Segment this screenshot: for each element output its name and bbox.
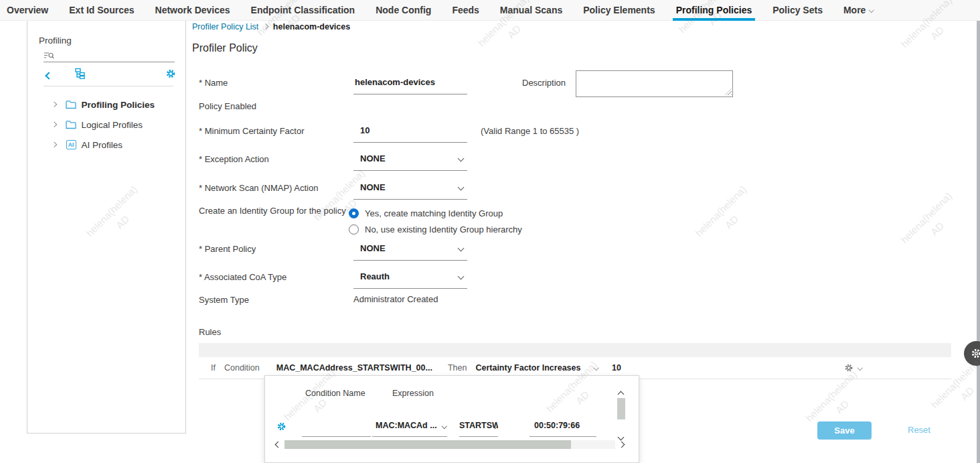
scroll-right-icon[interactable] [619,441,625,448]
operator-select[interactable]: STARTSW [459,421,498,437]
rule-gear-button[interactable] [844,363,853,373]
chevron-right-icon[interactable] [52,102,57,107]
chevron-right-icon[interactable] [52,122,57,127]
tree-item-profiling-policies[interactable]: Profiling Policies [27,96,185,113]
nav-item-policy-elements[interactable]: Policy Elements [583,0,655,21]
rule-factor-value[interactable]: 10 [612,363,621,373]
nav-item-overview[interactable]: Overview [7,0,48,21]
condition-editor-popup: Condition Name Expression MAC:MACAd ... … [264,375,639,463]
name-label: * Name [199,77,353,88]
tree-view-button[interactable] [74,68,86,82]
rules-section-label: Rules [199,327,221,337]
identity-group-option-yes[interactable]: Yes, create matching Identity Group [349,205,522,221]
valid-range-hint: (Valid Range 1 to 65535 ) [481,125,579,136]
policy-enabled-row: Policy Enabled [199,101,349,111]
vertical-scroll-thumb[interactable] [617,398,625,419]
chevron-down-icon [458,155,465,162]
sidebar-title: Profiling [39,36,72,46]
chevron-right-icon[interactable] [52,142,57,147]
rule-action-select[interactable]: Certainty Factor Increases [475,363,580,373]
nav-item-policy-sets[interactable]: Policy Sets [772,0,823,21]
sidebar-back-button[interactable] [46,69,52,81]
scroll-up-icon[interactable] [618,391,625,398]
filter-search-icon [44,51,54,63]
nav-item-endpoint-classification[interactable]: Endpoint Classification [251,0,355,21]
expression-value-input[interactable]: 00:50:79:66 [529,421,596,437]
chevron-down-icon [458,245,465,252]
chevron-down-icon [458,184,465,191]
nav-item-label: Endpoint Classification [251,5,355,15]
nav-item-label: Ext Id Sources [69,5,134,15]
name-input[interactable]: helenacom-devices [353,77,467,94]
nav-item-label: Manual Scans [500,5,562,15]
nav-item-label: Node Config [376,5,431,15]
min-certainty-row: * Minimum Certainty Factor 10 (Valid Ran… [199,125,579,143]
condition-name-input[interactable] [302,421,371,437]
nav-item-feeds[interactable]: Feeds [452,0,479,21]
floating-settings-button[interactable] [964,341,980,366]
watermark-line2: AD [691,181,773,263]
nmap-action-label: * Network Scan (NMAP) Action [199,182,353,193]
nav-item-manual-scans[interactable]: Manual Scans [500,0,562,21]
parent-policy-row: * Parent Policy NONE [199,243,467,261]
rule-condition-button[interactable]: MAC_MACAddress_STARTSWITH_00... [276,363,432,373]
radio-option-label: No, use existing Identity Group hierarch… [365,224,522,235]
gear-icon [844,363,853,373]
ai-profiles-icon: AI [66,140,77,149]
horizontal-scrollbar[interactable] [276,439,624,450]
chevron-down-icon [869,7,874,13]
radio-button[interactable] [349,224,359,235]
top-nav: OverviewExt Id SourcesNetwork DevicesEnd… [0,0,980,21]
breadcrumb: Profiler Policy List helenacom-devices [192,22,350,31]
tree-item-ai-profiles[interactable]: AIAI Profiles [27,136,185,153]
page-scrollbar[interactable] [977,21,980,463]
sidebar-settings-button[interactable] [165,68,176,82]
nav-item-node-config[interactable]: Node Config [376,0,431,21]
nav-item-label: Policy Elements [583,5,655,15]
system-type-label: System Type [199,294,353,305]
min-certainty-input[interactable]: 10 [353,125,467,143]
condition-gear-button[interactable] [276,421,287,432]
identity-group-options: Yes, create matching Identity GroupNo, u… [349,205,522,237]
tree-item-logical-profiles[interactable]: Logical Profiles [27,116,185,133]
nav-item-label: Overview [7,5,48,15]
breadcrumb-parent-link[interactable]: Profiler Policy List [192,22,258,31]
vertical-scrollbar[interactable] [616,389,627,446]
parent-policy-select[interactable]: NONE [353,243,467,261]
identity-group-option-no[interactable]: No, use existing Identity Group hierarch… [349,221,522,237]
sidebar-divider [44,86,173,86]
page-title: Profiler Policy [192,42,258,54]
rule-if-label: If [211,363,216,373]
breadcrumb-separator-icon [263,24,268,29]
coa-type-row: * Associated CoA Type Reauth [199,271,467,289]
nav-item-more[interactable]: More [843,0,874,21]
folder-icon [66,100,77,109]
horizontal-scroll-thumb[interactable] [284,440,571,449]
watermark: helena(helena)AD [680,170,773,263]
reset-button[interactable]: Reset [908,425,930,435]
chevron-down-icon[interactable] [594,365,599,371]
nav-item-ext-id-sources[interactable]: Ext Id Sources [69,0,134,21]
policy-enabled-label: Policy Enabled [199,101,353,111]
attribute-select[interactable]: MAC:MACAd ... [372,421,447,437]
watermark-line2: AD [896,188,979,270]
horizontal-scroll-track[interactable] [284,440,615,449]
nav-item-label: Profiling Policies [676,5,752,15]
tree-item-label: Logical Profiles [82,120,143,130]
coa-type-select[interactable]: Reauth [353,271,467,289]
chevron-down-icon[interactable] [858,365,863,371]
nav-item-label: More [843,5,866,15]
rule-then-label: Then [448,363,467,373]
nmap-action-select[interactable]: NONE [353,182,467,200]
description-input[interactable] [576,70,733,97]
chevron-down-icon [441,423,446,429]
radio-button[interactable] [349,208,359,218]
exception-action-select[interactable]: NONE [353,153,467,171]
sidebar-search-input[interactable] [44,50,175,62]
scroll-left-icon[interactable] [275,441,282,448]
breadcrumb-current: helenacom-devices [273,22,350,31]
save-button[interactable]: Save [817,421,872,440]
nav-item-network-devices[interactable]: Network Devices [155,0,230,21]
nav-item-profiling-policies[interactable]: Profiling Policies [676,0,752,21]
tree-item-label: Profiling Policies [82,100,155,110]
